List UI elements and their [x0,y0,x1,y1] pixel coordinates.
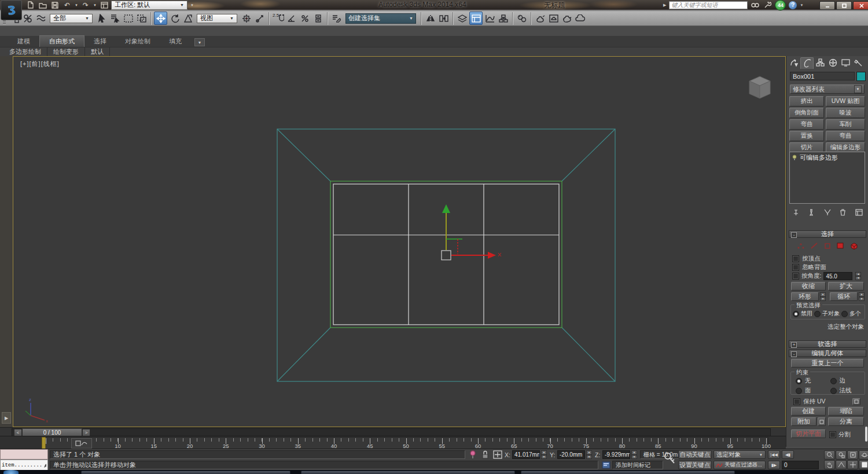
ribbon-minimize-icon[interactable]: ▼ [194,38,205,46]
wrench-icon[interactable] [763,1,772,9]
rollout-soft-selection-header[interactable]: + 软选择 [789,340,866,348]
select-and-scale-icon[interactable] [182,12,194,24]
schematic-view-icon[interactable] [497,12,509,24]
left-dock-expand-icon[interactable]: ▶ [2,412,11,424]
tab-hierarchy-icon[interactable] [814,57,826,68]
key-filters-button[interactable]: 关键点过滤器... [713,461,766,469]
preview-disabled-radio[interactable] [793,311,799,317]
coordinate-display-icon[interactable] [493,450,502,459]
rollout-selection-header[interactable]: - 选择 [789,230,866,238]
taskbar-window-button[interactable] [521,471,735,474]
modifier-button[interactable]: 倒角剖面 [789,108,824,118]
rectangular-selection-region-icon[interactable] [122,12,134,24]
selection-lock-icon[interactable] [481,450,489,459]
by-vertex-row[interactable]: 按顶点 [792,255,821,263]
macro-recorder-field[interactable] [0,449,48,460]
taskbar-window-button[interactable] [81,471,290,474]
create-button[interactable]: 创建 [791,407,826,416]
attach-settings-icon[interactable] [818,417,826,426]
pan-2d-icon[interactable] [847,460,858,469]
help-icon[interactable]: ? [789,1,797,9]
y-coordinate-field[interactable]: -20.0mm [557,450,585,459]
timeline-ruler[interactable]: 5101520253035404550556065707580859095100 [45,437,768,450]
grow-button[interactable]: 扩大 [828,282,864,291]
make-unique-icon[interactable] [821,208,834,216]
angle-value-field[interactable]: 45.0 [823,272,852,280]
collapse-button[interactable]: 塌陷 [828,407,864,416]
tab-object-paint[interactable]: 对象绘制 [116,36,160,47]
select-and-move-icon[interactable] [154,12,167,25]
search-icon[interactable] [751,1,760,9]
stack-item-editable-poly[interactable]: 可编辑多边形 [790,152,865,163]
next-frame-button[interactable]: ▮▶ [768,461,780,469]
window-crossing-icon[interactable] [135,12,148,24]
tab-populate[interactable]: 填充 [160,36,191,47]
vertex-mode-icon[interactable] [797,242,805,249]
modifier-button[interactable]: 挤出 [789,96,824,106]
modifier-stack[interactable]: 可编辑多边形 [789,152,865,204]
constraint-none-radio[interactable] [796,378,802,384]
angle-spinner[interactable]: ▲▼ [855,272,861,280]
split-checkbox[interactable] [829,431,836,438]
close-button[interactable] [853,1,868,10]
current-frame-field[interactable]: 0 [782,461,819,469]
panel-scrollbar[interactable] [865,427,867,442]
tab-freeform[interactable]: 自由形式 [39,35,84,47]
preview-multi-radio[interactable] [841,311,848,317]
rendered-frame-window-icon[interactable] [547,12,560,24]
bind-to-space-warp-icon[interactable] [35,12,47,24]
configure-modifier-sets-icon[interactable] [852,208,865,216]
align-icon[interactable] [437,12,450,24]
graphite-ribbon-toggle-icon[interactable] [469,12,483,25]
gizmo-y-axis-arrow[interactable] [442,204,450,213]
preserve-uv-settings-icon[interactable] [852,398,860,405]
edit-named-selection-sets-icon[interactable] [330,12,343,24]
mirror-icon[interactable] [424,12,436,24]
auto-key-button[interactable]: 自动关键点 [678,450,712,459]
modifier-button[interactable]: UVW 贴图 [826,96,865,106]
zoom-icon[interactable] [824,450,835,460]
select-object-icon[interactable] [95,12,108,24]
infocenter-expand-icon[interactable]: ▶ [663,3,666,8]
selected-objects-dropdown[interactable]: 选定对象 ▼ [713,450,766,459]
tab-selection[interactable]: 选择 [84,36,116,47]
quick-access-overflow-icon[interactable]: ▼ [189,1,195,9]
ignore-backfacing-checkbox[interactable] [792,264,799,271]
y-spinner[interactable]: ▲▼ [586,450,592,459]
render-production-icon[interactable] [561,12,573,24]
viewport-scene[interactable]: z x [13,57,785,427]
mini-curve-editor-button[interactable] [71,438,92,449]
select-and-rotate-icon[interactable] [168,12,181,24]
shrink-button[interactable]: 收缩 [791,282,826,291]
search-input[interactable] [669,1,748,9]
new-file-icon[interactable] [25,1,36,9]
track-bar[interactable]: 5101520253035404550556065707580859095100 [0,436,786,449]
tab-display-icon[interactable] [840,57,852,68]
tab-modeling[interactable]: 建模 [8,36,39,47]
field-of-view-icon[interactable] [836,460,847,469]
isolate-selection-icon[interactable] [469,450,477,459]
percent-snap-icon[interactable] [299,12,311,24]
time-slider-track[interactable] [12,428,771,436]
tab-modify-icon[interactable] [800,57,814,69]
z-spinner[interactable]: ▲▼ [631,450,637,459]
x-coordinate-field[interactable]: 41.017mm [512,450,540,459]
ring-spinner[interactable]: ▲▼ [820,292,826,301]
open-file-icon[interactable] [38,1,48,9]
use-pivot-point-center-icon[interactable] [240,12,252,24]
spinner-snap-icon[interactable] [312,12,324,24]
redo-icon[interactable]: ↷ [80,1,91,9]
maximize-button[interactable] [836,1,852,10]
zoom-extents-icon[interactable] [847,450,858,460]
z-coordinate-field[interactable]: -9.929mm [602,450,630,459]
pan-icon[interactable] [824,460,835,469]
selection-filter-combo[interactable]: 全部 ▼ [50,14,93,23]
move-gizmo[interactable] [442,204,501,260]
modifier-button[interactable]: 弯曲 [789,119,824,130]
select-and-manipulate-icon[interactable] [253,12,266,24]
go-to-start-button[interactable]: |◀◀ [768,450,780,459]
undo-dropdown-icon[interactable]: ▼ [74,1,79,9]
time-slider-handle[interactable]: 0 / 100 [22,428,82,436]
save-icon[interactable] [50,1,60,9]
tab-motion-icon[interactable] [827,57,839,68]
